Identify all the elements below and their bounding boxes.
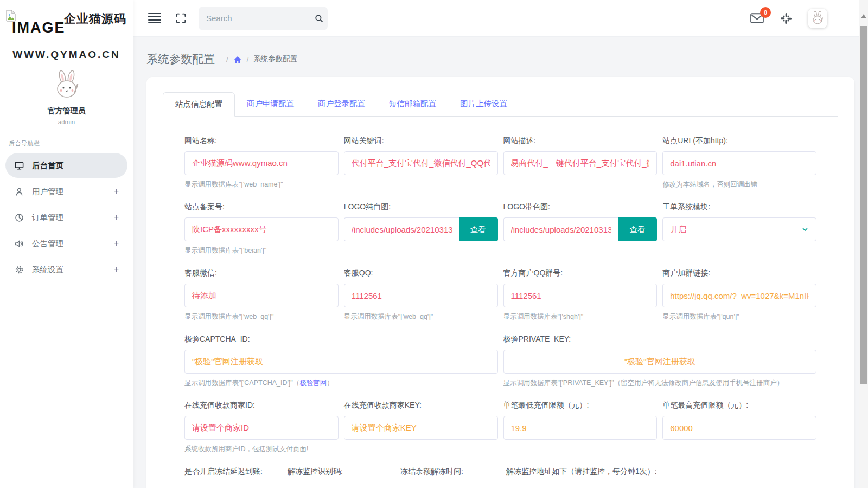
search-input[interactable] [206,14,314,23]
field-description: 网站描述: [503,136,658,189]
pie-chart-icon [14,212,25,223]
tab-content: 网站名称: 显示调用数据库表"['web_name']" 网站关键词: 网站描述… [163,117,838,482]
tab-image-upload[interactable]: 图片上传设置 [448,92,519,117]
sidebar-item-settings[interactable]: 系统设置 + [5,257,127,282]
field-min-charge: 单笔最低充值限额（元）: [503,401,658,454]
field-beian: 站点备案号: 显示调用数据库表"['beian']" [184,202,339,255]
ticket-module-select[interactable]: 开启 [662,217,816,241]
search-box [199,7,328,30]
field-site-url: 站点URL(不加http): 修改为本站域名，否则回调出错 [662,136,816,189]
view-logo-color-button[interactable]: 查看 [618,217,657,241]
max-charge-input[interactable] [662,416,816,440]
brand-title: 企业猫源码 [64,11,126,27]
field-label: 站点备案号: [184,202,339,212]
field-label: 解冻监控地址如下（请挂监控，每分钟1次）: [506,467,816,477]
field-freeze-delay: 是否开启冻结延迟到账: [184,467,282,482]
sidebar-item-orders[interactable]: 订单管理 + [5,205,127,230]
field-logo-color: LOGO带色图: 查看 [503,202,658,255]
form-row-2: 站点备案号: 显示调用数据库表"['beian']" LOGO纯白图: 查看 L… [184,202,816,255]
home-icon[interactable] [233,55,242,64]
sidebar-item-label: 系统设置 [32,265,114,275]
field-helper: 显示调用数据库表"['shqh']" [503,312,658,322]
topbar-right: 0 [750,9,827,28]
field-label: 网站名称: [184,136,339,146]
breadcrumb-separator: / [247,55,249,63]
keywords-input[interactable] [344,151,498,175]
sidebar-item-label: 用户管理 [32,187,114,197]
expand-indicator: + [114,187,119,196]
user-avatar[interactable] [49,68,84,103]
qq-group-input[interactable] [503,284,658,307]
merchant-id-input[interactable] [184,416,339,440]
topbar-avatar[interactable] [808,9,827,28]
field-merchant-key: 在线充值收款商家KEY: [344,401,498,454]
private-key-input[interactable] [503,350,817,374]
expand-indicator: + [114,239,119,248]
field-helper: 显示调用数据库表"['web_qq']" [184,312,339,322]
tab-bar: 站点信息配置 商户申请配置 商户登录配置 短信邮箱配置 图片上传设置 [163,92,838,117]
sidebar-item-dashboard[interactable]: 后台首页 [5,153,127,178]
logo-color-input[interactable] [503,217,618,241]
breadcrumb-current: 系统参数配置 [253,54,297,64]
field-helper: 显示调用数据库表"['CAPTCHA_ID']"（极验官网） [184,378,498,388]
tab-merchant-apply[interactable]: 商户申请配置 [235,92,306,117]
chevron-down-icon [801,226,809,233]
beian-input[interactable] [184,217,339,241]
field-label: 极验CAPTCHA_ID: [184,335,498,344]
field-keywords: 网站关键词: [344,136,498,189]
tab-site-info[interactable]: 站点信息配置 [163,92,235,117]
page-scrollbar[interactable] [859,0,868,488]
apps-icon[interactable] [780,12,793,25]
menu-toggle-icon[interactable] [148,11,161,25]
merchant-key-input[interactable] [344,416,498,440]
field-qq: 客服QQ: 显示调用数据库表"['web_qq']" [344,268,498,322]
field-label: 工单系统模块: [662,202,816,212]
expand-indicator: + [114,213,119,222]
qq-input[interactable] [344,284,498,307]
sidebar-item-label: 公告管理 [32,239,114,249]
search-icon[interactable] [314,14,324,23]
monitor-icon [14,160,25,171]
speaker-icon [14,238,25,249]
sidebar-item-announcements[interactable]: 公告管理 + [5,231,127,256]
field-label: 客服QQ: [344,268,498,278]
form-row-3: 客服微信: 显示调用数据库表"['web_qq']" 客服QQ: 显示调用数据库… [184,268,816,322]
breadcrumb-separator: / [226,55,228,63]
sidebar-item-users[interactable]: 用户管理 + [5,179,127,204]
fullscreen-icon[interactable] [175,12,187,24]
scrollbar-up-arrow[interactable] [861,14,866,18]
tab-sms-email[interactable]: 短信邮箱配置 [377,92,448,117]
min-charge-input[interactable] [503,416,658,440]
helper-text: ） [327,379,334,387]
broken-image-alt: IMAGE [12,20,66,36]
form-row-4: 极验CAPTCHA_ID: 显示调用数据库表"['CAPTCHA_ID']"（极… [184,335,816,388]
tab-merchant-login[interactable]: 商户登录配置 [306,92,377,117]
form-row-5: 在线充值收款商家ID: 系统收款所用商户ID，包括测试支付页面! 在线充值收款商… [184,401,816,454]
field-logo-white: LOGO纯白图: 查看 [344,202,498,255]
mail-button[interactable]: 0 [750,12,764,24]
gear-icon [14,264,25,275]
wechat-input[interactable] [184,284,339,307]
site-url-input[interactable] [662,151,816,175]
field-label: 客服微信: [184,268,339,278]
mail-badge: 0 [760,7,771,18]
description-input[interactable] [503,151,658,175]
field-group-link: 商户加群链接: 显示调用数据库表"['qun']" [662,268,816,322]
field-site-name: 网站名称: 显示调用数据库表"['web_name']" [184,136,339,189]
logo-white-input[interactable] [344,217,459,241]
field-helper: 显示调用数据库表"['PRIVATE_KEY']"（留空用户将无法修改商户信息及… [503,378,817,388]
profile: 官方管理员 admin [0,68,133,125]
view-logo-white-button[interactable]: 查看 [459,217,498,241]
geetest-site-link[interactable]: 极验官网 [299,379,327,387]
field-label: 冻结余额解冻时间: [400,467,501,477]
field-label: 解冻监控识别码: [288,467,395,477]
scrollbar-thumb[interactable] [860,26,867,384]
field-helper: 修改为本站域名，否则回调出错 [662,180,816,189]
user-name: 官方管理员 [0,106,133,116]
group-link-input[interactable] [662,284,816,307]
field-label: 极验PRIVATE_KEY: [503,335,817,344]
captcha-id-input[interactable] [184,350,498,374]
field-helper: 显示调用数据库表"['qun']" [662,312,816,322]
site-name-input[interactable] [184,151,339,175]
field-label: 在线充值收款商家KEY: [344,401,498,410]
